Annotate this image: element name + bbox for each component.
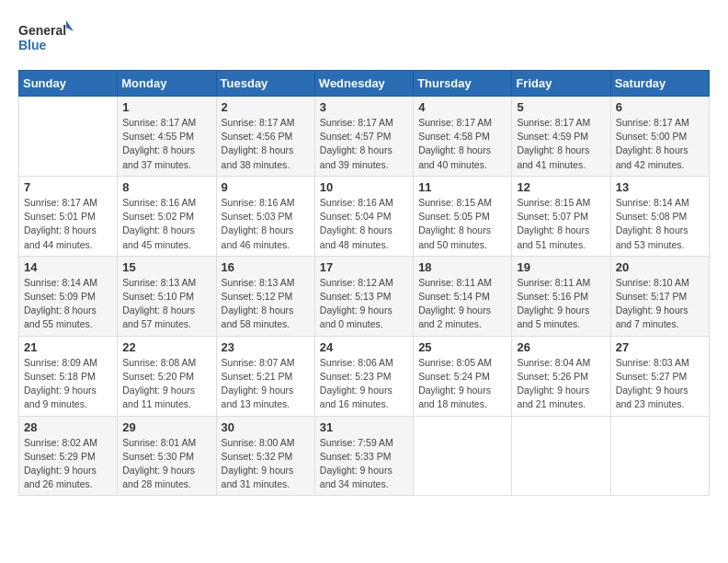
- day-detail: Sunrise: 8:03 AMSunset: 5:27 PMDaylight:…: [616, 356, 704, 412]
- day-detail: Sunrise: 8:12 AMSunset: 5:13 PMDaylight:…: [320, 276, 408, 332]
- day-detail: Sunrise: 8:00 AMSunset: 5:32 PMDaylight:…: [222, 436, 310, 492]
- day-detail: Sunrise: 8:17 AMSunset: 4:55 PMDaylight:…: [122, 116, 210, 172]
- day-cell: 18Sunrise: 8:11 AMSunset: 5:14 PMDayligh…: [414, 256, 512, 336]
- day-detail: Sunrise: 8:01 AMSunset: 5:30 PMDaylight:…: [122, 436, 210, 492]
- day-detail: Sunrise: 8:16 AMSunset: 5:04 PMDaylight:…: [320, 196, 408, 252]
- day-number: 20: [616, 260, 704, 274]
- day-number: 22: [122, 340, 210, 354]
- week-row-2: 7Sunrise: 8:17 AMSunset: 5:01 PMDaylight…: [19, 176, 710, 256]
- header-row: SundayMondayTuesdayWednesdayThursdayFrid…: [19, 71, 710, 97]
- day-cell: 17Sunrise: 8:12 AMSunset: 5:13 PMDayligh…: [314, 256, 413, 336]
- day-cell: 15Sunrise: 8:13 AMSunset: 5:10 PMDayligh…: [118, 256, 216, 336]
- day-cell: 26Sunrise: 8:04 AMSunset: 5:26 PMDayligh…: [512, 336, 610, 416]
- svg-marker-1: [66, 20, 74, 31]
- week-row-1: 1Sunrise: 8:17 AMSunset: 4:55 PMDaylight…: [19, 97, 710, 177]
- day-cell: 4Sunrise: 8:17 AMSunset: 4:58 PMDaylight…: [414, 97, 512, 177]
- day-cell: 5Sunrise: 8:17 AMSunset: 4:59 PMDaylight…: [512, 97, 610, 177]
- day-number: 4: [418, 100, 506, 114]
- day-number: 29: [122, 420, 210, 434]
- day-cell: 31Sunrise: 7:59 AMSunset: 5:33 PMDayligh…: [314, 416, 413, 496]
- day-cell: 22Sunrise: 8:08 AMSunset: 5:20 PMDayligh…: [118, 336, 216, 416]
- day-number: 8: [122, 180, 210, 194]
- day-cell: 9Sunrise: 8:16 AMSunset: 5:03 PMDaylight…: [216, 176, 314, 256]
- day-number: 27: [616, 340, 704, 354]
- day-detail: Sunrise: 8:02 AMSunset: 5:29 PMDaylight:…: [24, 436, 112, 492]
- header-cell-saturday: Saturday: [610, 71, 709, 97]
- day-detail: Sunrise: 8:11 AMSunset: 5:14 PMDaylight:…: [418, 276, 506, 332]
- day-detail: Sunrise: 8:06 AMSunset: 5:23 PMDaylight:…: [320, 356, 408, 412]
- day-cell: 1Sunrise: 8:17 AMSunset: 4:55 PMDaylight…: [118, 97, 216, 177]
- day-cell: [610, 416, 709, 496]
- day-number: 19: [517, 260, 605, 274]
- day-detail: Sunrise: 8:17 AMSunset: 4:59 PMDaylight:…: [517, 116, 605, 172]
- day-detail: Sunrise: 8:05 AMSunset: 5:24 PMDaylight:…: [418, 356, 506, 412]
- day-cell: 21Sunrise: 8:09 AMSunset: 5:18 PMDayligh…: [19, 336, 118, 416]
- week-row-3: 14Sunrise: 8:14 AMSunset: 5:09 PMDayligh…: [19, 256, 710, 336]
- day-number: 9: [222, 180, 310, 194]
- logo: General Blue: [18, 18, 74, 55]
- day-cell: [19, 97, 118, 177]
- header-cell-monday: Monday: [118, 71, 216, 97]
- header-cell-wednesday: Wednesday: [314, 71, 413, 97]
- svg-text:Blue: Blue: [18, 38, 47, 52]
- day-detail: Sunrise: 8:14 AMSunset: 5:08 PMDaylight:…: [616, 196, 704, 252]
- day-detail: Sunrise: 8:11 AMSunset: 5:16 PMDaylight:…: [517, 276, 605, 332]
- header-cell-friday: Friday: [512, 71, 610, 97]
- day-detail: Sunrise: 8:16 AMSunset: 5:03 PMDaylight:…: [222, 196, 310, 252]
- day-cell: 2Sunrise: 8:17 AMSunset: 4:56 PMDaylight…: [216, 97, 314, 177]
- day-detail: Sunrise: 8:14 AMSunset: 5:09 PMDaylight:…: [24, 276, 112, 332]
- day-detail: Sunrise: 8:13 AMSunset: 5:12 PMDaylight:…: [222, 276, 310, 332]
- day-cell: 7Sunrise: 8:17 AMSunset: 5:01 PMDaylight…: [19, 176, 118, 256]
- day-cell: 24Sunrise: 8:06 AMSunset: 5:23 PMDayligh…: [314, 336, 413, 416]
- day-cell: 14Sunrise: 8:14 AMSunset: 5:09 PMDayligh…: [19, 256, 118, 336]
- day-detail: Sunrise: 8:17 AMSunset: 5:01 PMDaylight:…: [24, 196, 112, 252]
- day-detail: Sunrise: 8:04 AMSunset: 5:26 PMDaylight:…: [517, 356, 605, 412]
- header-cell-sunday: Sunday: [19, 71, 118, 97]
- day-cell: 23Sunrise: 8:07 AMSunset: 5:21 PMDayligh…: [216, 336, 314, 416]
- day-cell: 12Sunrise: 8:15 AMSunset: 5:07 PMDayligh…: [512, 176, 610, 256]
- day-number: 13: [616, 180, 704, 194]
- day-number: 25: [418, 340, 506, 354]
- day-detail: Sunrise: 8:08 AMSunset: 5:20 PMDaylight:…: [122, 356, 210, 412]
- day-detail: Sunrise: 8:15 AMSunset: 5:05 PMDaylight:…: [418, 196, 506, 252]
- header-cell-tuesday: Tuesday: [216, 71, 314, 97]
- day-cell: 19Sunrise: 8:11 AMSunset: 5:16 PMDayligh…: [512, 256, 610, 336]
- day-cell: [512, 416, 610, 496]
- day-cell: 6Sunrise: 8:17 AMSunset: 5:00 PMDaylight…: [610, 97, 709, 177]
- day-cell: 3Sunrise: 8:17 AMSunset: 4:57 PMDaylight…: [314, 97, 413, 177]
- day-number: 21: [24, 340, 112, 354]
- logo-icon: General Blue: [18, 18, 74, 55]
- page-header: General Blue: [18, 18, 710, 55]
- week-row-5: 28Sunrise: 8:02 AMSunset: 5:29 PMDayligh…: [19, 416, 710, 496]
- day-number: 18: [418, 260, 506, 274]
- day-number: 23: [222, 340, 310, 354]
- day-number: 26: [517, 340, 605, 354]
- day-cell: 8Sunrise: 8:16 AMSunset: 5:02 PMDaylight…: [118, 176, 216, 256]
- day-cell: [414, 416, 512, 496]
- day-number: 10: [320, 180, 408, 194]
- day-detail: Sunrise: 8:17 AMSunset: 5:00 PMDaylight:…: [616, 116, 704, 172]
- day-detail: Sunrise: 8:16 AMSunset: 5:02 PMDaylight:…: [122, 196, 210, 252]
- day-detail: Sunrise: 8:07 AMSunset: 5:21 PMDaylight:…: [222, 356, 310, 412]
- day-number: 24: [320, 340, 408, 354]
- day-cell: 13Sunrise: 8:14 AMSunset: 5:08 PMDayligh…: [610, 176, 709, 256]
- day-number: 11: [418, 180, 506, 194]
- calendar-header: SundayMondayTuesdayWednesdayThursdayFrid…: [19, 71, 710, 97]
- day-number: 14: [24, 260, 112, 274]
- svg-text:General: General: [18, 23, 66, 38]
- day-cell: 10Sunrise: 8:16 AMSunset: 5:04 PMDayligh…: [314, 176, 413, 256]
- day-detail: Sunrise: 8:17 AMSunset: 4:57 PMDaylight:…: [320, 116, 408, 172]
- day-number: 2: [222, 100, 310, 114]
- day-number: 12: [517, 180, 605, 194]
- calendar-body: 1Sunrise: 8:17 AMSunset: 4:55 PMDaylight…: [19, 97, 710, 496]
- day-number: 1: [122, 100, 210, 114]
- day-number: 6: [616, 100, 704, 114]
- day-cell: 11Sunrise: 8:15 AMSunset: 5:05 PMDayligh…: [414, 176, 512, 256]
- day-number: 7: [24, 180, 112, 194]
- day-cell: 20Sunrise: 8:10 AMSunset: 5:17 PMDayligh…: [610, 256, 709, 336]
- day-detail: Sunrise: 8:10 AMSunset: 5:17 PMDaylight:…: [616, 276, 704, 332]
- day-number: 28: [24, 420, 112, 434]
- day-number: 3: [320, 100, 408, 114]
- day-number: 15: [122, 260, 210, 274]
- day-cell: 27Sunrise: 8:03 AMSunset: 5:27 PMDayligh…: [610, 336, 709, 416]
